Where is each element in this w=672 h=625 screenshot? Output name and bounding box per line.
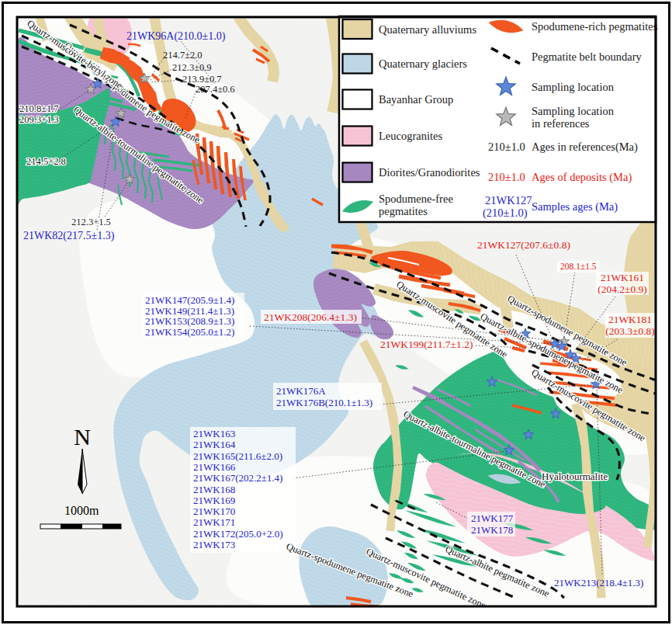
svg-text:1000m: 1000m bbox=[64, 504, 99, 517]
svg-text:(204.2±0.9): (204.2±0.9) bbox=[598, 283, 647, 295]
svg-text:21WK161: 21WK161 bbox=[601, 272, 644, 283]
svg-text:212.3+1.5: 212.3+1.5 bbox=[71, 217, 111, 227]
svg-text:21WK176A: 21WK176A bbox=[276, 385, 326, 397]
svg-text:pegmatites: pegmatites bbox=[379, 205, 428, 217]
svg-text:21WK154(205.0±1.2): 21WK154(205.0±1.2) bbox=[145, 326, 234, 338]
svg-text:N: N bbox=[74, 424, 91, 450]
svg-text:21WK163: 21WK163 bbox=[193, 428, 235, 439]
svg-text:214.7±2.0: 214.7±2.0 bbox=[163, 50, 203, 61]
svg-text:21WK127: 21WK127 bbox=[485, 194, 532, 207]
svg-text:Ages of deposits (Ma): Ages of deposits (Ma) bbox=[532, 171, 632, 184]
svg-text:Hÿalotourmalite: Hÿalotourmalite bbox=[542, 470, 608, 482]
svg-text:21WK167(202.2±1.4): 21WK167(202.2±1.4) bbox=[193, 472, 282, 484]
svg-text:Quaternary alluviums: Quaternary alluviums bbox=[379, 23, 476, 36]
svg-text:21WK181: 21WK181 bbox=[608, 314, 652, 325]
svg-text:21WK199(211.7±1.2): 21WK199(211.7±1.2) bbox=[380, 339, 473, 350]
svg-text:21WK177: 21WK177 bbox=[471, 512, 514, 524]
svg-text:21WK96A(210.0±1.0): 21WK96A(210.0±1.0) bbox=[126, 30, 226, 43]
svg-text:213.9±0.7: 213.9±0.7 bbox=[182, 74, 222, 85]
svg-text:(210±1.0): (210±1.0) bbox=[483, 207, 528, 220]
svg-text:21WK208(206.4±1.3): 21WK208(206.4±1.3) bbox=[264, 311, 357, 323]
svg-text:210±1.0: 210±1.0 bbox=[488, 141, 525, 153]
svg-text:21WK213(218.4±1.3): 21WK213(218.4±1.3) bbox=[554, 577, 643, 589]
svg-text:21WK172(205.0+2.0): 21WK172(205.0+2.0) bbox=[193, 528, 283, 540]
svg-text:Spodumene-free: Spodumene-free bbox=[379, 193, 453, 205]
svg-text:Samples ages (Ma): Samples ages (Ma) bbox=[532, 200, 618, 214]
svg-text:Ages in references(Ma): Ages in references(Ma) bbox=[532, 141, 638, 154]
svg-text:210.8±1.7: 210.8±1.7 bbox=[19, 103, 59, 114]
svg-text:Bayanhar Group: Bayanhar Group bbox=[379, 93, 453, 106]
svg-text:Quaternary glaciers: Quaternary glaciers bbox=[379, 57, 467, 70]
svg-text:21WK82(217.5±1.3): 21WK82(217.5±1.3) bbox=[23, 230, 115, 242]
svg-text:21WK178: 21WK178 bbox=[471, 524, 513, 536]
svg-text:21WK171: 21WK171 bbox=[193, 516, 235, 528]
svg-text:212.3±0.9: 212.3±0.9 bbox=[172, 62, 212, 73]
svg-text:21WK169: 21WK169 bbox=[193, 495, 235, 506]
svg-text:207.4±0.6: 207.4±0.6 bbox=[196, 84, 235, 95]
svg-text:21WK127(207.6±0.8): 21WK127(207.6±0.8) bbox=[477, 239, 570, 251]
svg-text:21WK168: 21WK168 bbox=[193, 484, 235, 495]
svg-text:Spodumene-rich pegmatites: Spodumene-rich pegmatites bbox=[532, 20, 658, 33]
svg-text:21WK164: 21WK164 bbox=[193, 439, 236, 450]
svg-text:21WK176B(210.1±1.3): 21WK176B(210.1±1.3) bbox=[276, 397, 372, 408]
svg-text:Diorites/Granodiorites: Diorites/Granodiorites bbox=[379, 166, 480, 179]
svg-text:21WK170: 21WK170 bbox=[193, 505, 235, 517]
svg-text:Pegmatite belt boundary: Pegmatite belt boundary bbox=[532, 50, 642, 63]
svg-text:209.3+1.3: 209.3+1.3 bbox=[19, 114, 59, 125]
svg-text:214.5+2.8: 214.5+2.8 bbox=[26, 156, 66, 167]
svg-text:21WK173: 21WK173 bbox=[193, 539, 235, 550]
svg-text:21WK165(211.6±2.0): 21WK165(211.6±2.0) bbox=[193, 450, 282, 462]
svg-text:21WK166: 21WK166 bbox=[193, 461, 236, 473]
svg-text:in references: in references bbox=[532, 117, 590, 130]
svg-text:Sampling location: Sampling location bbox=[532, 81, 615, 93]
svg-text:210±1.0: 210±1.0 bbox=[488, 171, 525, 183]
svg-text:(203.3±0.8): (203.3±0.8) bbox=[605, 325, 655, 337]
svg-text:Sampling location: Sampling location bbox=[532, 105, 615, 117]
svg-text:208.1±1.5: 208.1±1.5 bbox=[560, 262, 597, 271]
svg-text:Leucogranites: Leucogranites bbox=[379, 130, 442, 142]
